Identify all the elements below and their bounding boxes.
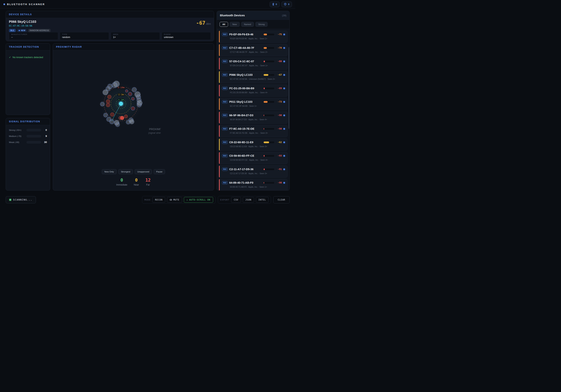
scanning-indicator-icon [9, 199, 11, 201]
radar-filter-new-only[interactable]: New Only [102, 169, 117, 174]
device-name: 57-D5-C4-1C-8C-07 [229, 60, 262, 63]
device-list-item[interactable]: BLE57-D5-C4-1C-8C-07-8857:D5:C4:1C:8C:07… [219, 57, 288, 70]
device-list-item[interactable]: BLEP066 SkyQ LC103-67EC:47:0C:19:58:9A ·… [219, 71, 288, 83]
device-details-title: DEVICE DETAILS [6, 11, 214, 18]
device-list-item[interactable]: BLE66-5F-96-B4-27-D3-9866:5F:96:B4:27:D3… [219, 111, 288, 124]
radar-device-dot[interactable] [100, 102, 104, 106]
device-active-dot-icon [283, 115, 285, 116]
device-list-item[interactable]: BLE64-89-40-71-AB-F0-9864:89:40:71:AB:F0… [219, 179, 288, 190]
device-accent-bar [219, 179, 220, 190]
mode-group: MODE RECON MUTE ↓ AUTO-SCROLL ON [142, 196, 216, 204]
mute-button[interactable]: MUTE [167, 197, 182, 203]
radar-device-dot[interactable] [104, 113, 108, 117]
device-signal-bar-fill [264, 115, 264, 116]
status-dot [3, 3, 5, 5]
proximity-radar-panel: PROXIMITY RADAR < 1m1–3m3–10mPROXIMITY(s… [53, 43, 214, 190]
device-rssi: -88 [276, 60, 282, 63]
device-badge-ble: BLE [9, 29, 16, 32]
device-list-item[interactable]: BLEC7-C7-4B-4A-80-7F-78C7:C7:4B:4A:80:7F… [219, 44, 288, 56]
radar-plot[interactable]: < 1m1–3m3–10mPROXIMITY(signal strength) [81, 66, 161, 145]
device-signal-bar-fill [264, 128, 264, 130]
device-rssi: -98 [276, 181, 282, 184]
proximity-count-immediate: 0Immediate [116, 178, 127, 186]
device-active-dot-icon [283, 61, 285, 62]
radar-device-dot[interactable] [130, 120, 134, 124]
app-title: BLUETOOTH SCANNER [7, 3, 45, 6]
device-signal-bar-fill [264, 101, 268, 103]
device-list: BLEF0-EF-09-F6-E9-46-75F0:EF:09:F6:E9:46… [217, 29, 290, 190]
device-row-main: BLE66-5F-96-B4-27-D3-98 [222, 114, 285, 117]
export-group: EXPORT CSVJSONINTEL [218, 196, 271, 204]
radar-device-dot[interactable] [106, 99, 110, 103]
radar-device-dot[interactable] [124, 115, 128, 118]
field-value: random [62, 36, 107, 39]
field-value: -- [11, 36, 56, 39]
count-value: 12 [145, 178, 151, 183]
scrollbar-thumb[interactable] [289, 47, 289, 129]
device-accent-bar [219, 166, 220, 177]
radar-device-dot[interactable] [128, 92, 132, 96]
radar-device-dot[interactable] [131, 97, 134, 100]
auto-scroll-toggle[interactable]: ↓ AUTO-SCROLL ON [184, 197, 213, 203]
export-intel-button[interactable]: INTEL [256, 197, 269, 203]
tab-new[interactable]: New [230, 22, 240, 27]
ble-badge: BLE [222, 154, 228, 157]
tab-named[interactable]: Named [241, 22, 254, 27]
device-list-item[interactable]: BLEC2-11-A7-17-D5-36-91C2:11:A7:17:D5:36… [219, 165, 288, 178]
radar-device-dot[interactable] [137, 103, 141, 107]
device-signal-bar [264, 182, 274, 184]
radar-device-dot[interactable] [116, 123, 119, 127]
ble-badge: BLE [222, 100, 228, 104]
device-rssi: -67 [276, 74, 282, 76]
device-list-item[interactable]: BLEC0-59-90-6D-FF-CE-93C0:59:90:6D:FF:CE… [219, 152, 288, 164]
export-json-button[interactable]: JSON [243, 197, 254, 203]
radar-filter-strongest[interactable]: Strongest [118, 169, 133, 174]
ble-badge: BLE [222, 141, 228, 144]
radar-watermark: PROXIMITY [149, 128, 161, 131]
device-list-item[interactable]: BLEF0-EF-09-F6-E9-46-75F0:EF:09:F6:E9:46… [219, 31, 288, 43]
radar-device-dot[interactable] [131, 107, 135, 110]
signal-row-label: Strong (-50+) [9, 129, 26, 131]
radar-filter-unapproved[interactable]: Unapproved [135, 169, 152, 174]
bluetooth-count-badge[interactable]: 0 [270, 1, 280, 7]
radar-device-dot[interactable] [106, 103, 110, 107]
device-signal-bar-fill [264, 182, 264, 184]
scanning-label: SCANNING... [13, 198, 32, 201]
tab-strong[interactable]: Strong [255, 22, 268, 27]
radar-counts: 0Immediate0Near12Far [53, 175, 214, 190]
mode-recon-button[interactable]: RECON [152, 197, 165, 203]
radar-device-dot[interactable] [110, 113, 114, 116]
location-pin-icon [284, 3, 287, 6]
mode-label: MODE [144, 199, 151, 201]
clear-button[interactable]: CLEAR [273, 196, 290, 203]
export-csv-button[interactable]: CSV [231, 197, 241, 203]
tracker-detection-panel: TRACKER DETECTION ✓ No known trackers de… [6, 43, 50, 115]
tab-all[interactable]: All [220, 22, 228, 27]
device-row-main: BLEC8-22-68-9D-11-E9-62 [222, 141, 285, 144]
device-list-item[interactable]: BLEF7-8C-A0-15-7E-DE-98F7:8C:A0:15:7E:DE… [219, 125, 288, 137]
check-icon: ✓ [9, 56, 11, 59]
radar-device-dot[interactable] [103, 90, 108, 95]
ble-badge: BLE [222, 114, 228, 117]
radar-device-dot[interactable] [125, 90, 128, 92]
count-label: Immediate [116, 184, 127, 186]
radar-device-dot[interactable] [132, 87, 136, 92]
device-list-item[interactable]: BLEFC-D1-25-00-B6-B9-89FC:D1:25:00:B6:B9… [219, 85, 288, 97]
radar-device-dot[interactable] [110, 120, 114, 124]
device-signal-bar-fill [264, 155, 265, 157]
radar-device-dot[interactable] [120, 116, 124, 120]
device-active-dot-icon [283, 182, 285, 184]
radar-filter-pause[interactable]: Pause [154, 169, 165, 174]
device-name: C2-11-A7-17-D5-36 [229, 168, 262, 171]
device-row-main: BLE64-89-40-71-AB-F0-98 [222, 181, 285, 185]
device-active-dot-icon [283, 87, 285, 89]
count-value: 0 [116, 178, 127, 183]
device-list-item[interactable]: BLEC8-22-68-9D-11-E9-62C8:22:68:9D:11:E9… [219, 139, 288, 151]
device-rssi: -89 [276, 87, 282, 90]
device-name: F7-8C-A0-15-7E-DE [229, 127, 262, 130]
device-list-item[interactable]: BLEP011 SkyQ LC103-73EC:47:0C:3F:5A:6B ·… [219, 98, 288, 110]
tracker-status: No known trackers detected [12, 56, 43, 59]
device-name: C7-C7-4B-4A-80-7F [229, 46, 262, 49]
radar-device-dot[interactable] [108, 95, 111, 99]
gps-count-badge[interactable]: 0 [281, 1, 292, 7]
